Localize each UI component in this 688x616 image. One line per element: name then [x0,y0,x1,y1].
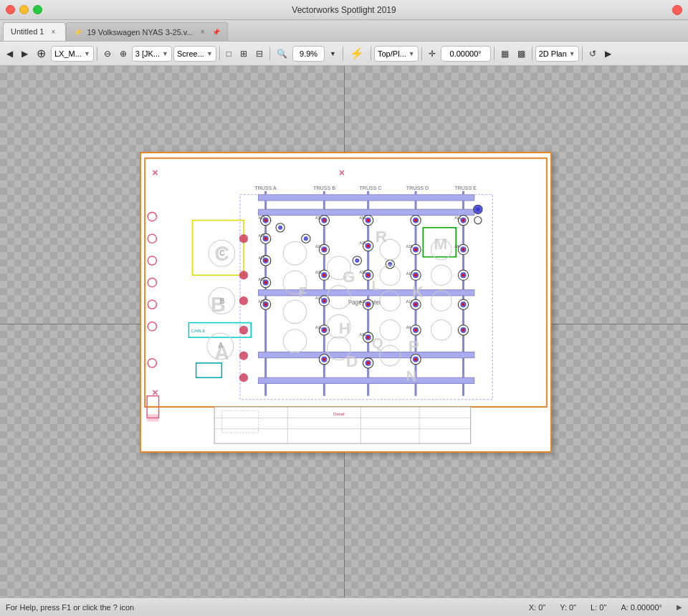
svg-point-134 [278,226,282,230]
tab-volkswagen[interactable]: ⚡ 19 Volkswagen NYAS 3-25.v... × 📌 [66,22,227,41]
tab-untitled[interactable]: Untitled 1 × [3,22,66,41]
lx-dropdown-chevron: ▼ [84,50,90,57]
zoom-out-button[interactable]: ⊖ [100,44,115,63]
search-button[interactable]: 🔍 [273,44,291,63]
svg-point-193 [474,205,482,213]
svg-text:A35: A35 [258,256,264,260]
obj-button1[interactable]: □ [223,44,235,63]
svg-point-138 [355,259,359,263]
svg-point-117 [414,358,417,361]
svg-point-191 [239,351,248,360]
svg-point-192 [239,373,248,382]
svg-text:TRUSS B: TRUSS B [313,186,335,191]
svg-text:CABLE: CABLE [191,328,205,333]
svg-point-99 [367,362,370,365]
svg-point-136 [304,236,308,241]
canvas-area[interactable]: × × × CABLE [0,66,688,597]
drawing-document[interactable]: × × × CABLE [140,152,552,453]
view-dropdown[interactable]: Top/Pl... ▼ [374,46,419,62]
zoom-in-button[interactable]: ⊕ [116,44,130,63]
svg-text:A12: A12 [406,299,413,304]
svg-rect-12 [147,414,158,421]
svg-point-66 [322,219,325,222]
maximize-button[interactable] [33,5,42,14]
tab-close-untitled[interactable]: × [48,27,58,37]
svg-text:A8: A8 [454,244,459,249]
tool-select-button[interactable]: ⊕ [33,44,49,63]
screen-dropdown-label: Scree... [177,49,204,58]
svg-point-111 [414,303,417,306]
layout-btn2[interactable]: ▩ [514,44,529,63]
zoom-input[interactable] [292,46,325,62]
title-bar-right [672,5,682,15]
lx-dropdown[interactable]: LX_M... ▼ [51,46,94,62]
title-bar: Vectorworks Spotlight 2019 [0,0,688,20]
view-dropdown-label: Top/Pl... [378,49,406,58]
svg-text:TRUSS E: TRUSS E [454,186,477,191]
svg-rect-29 [258,209,474,215]
app-title: Vectorworks Spotlight 2019 [292,5,396,15]
svg-text:B: B [219,297,224,305]
svg-text:A16: A16 [406,271,413,276]
screen-dropdown[interactable]: Scree... ▼ [173,46,216,62]
obj-button2[interactable]: ⊞ [236,44,251,63]
tab-icon-volkswagen: ⚡ [74,28,82,36]
svg-text:P: P [408,337,419,355]
svg-text:D: D [346,352,358,370]
angle-input[interactable] [441,46,491,62]
sep-9 [582,47,583,61]
svg-text:A37: A37 [258,216,264,220]
sep-1 [97,47,97,61]
obj-button3[interactable]: ⊟ [252,44,267,63]
sep-4 [343,47,343,61]
svg-text:×: × [339,167,345,178]
plan-dropdown[interactable]: 2D Plan ▼ [535,46,579,62]
svg-point-84 [367,219,370,222]
nav-button[interactable]: ▶ [601,44,615,63]
svg-text:A31: A31 [315,216,322,220]
svg-point-114 [414,329,417,332]
tab-bar: Untitled 1 × ⚡ 19 Volkswagen NYAS 3-25.v… [0,20,688,42]
svg-text:A: A [218,342,224,350]
svg-text:A9: A9 [406,325,411,329]
back-button[interactable]: ◀ [3,44,16,63]
svg-text:×: × [152,167,158,178]
svg-point-187 [239,234,248,243]
svg-text:G: G [343,268,355,286]
svg-text:K: K [412,283,424,301]
zoom-dropdown-btn[interactable]: ▼ [326,44,340,63]
svg-text:A11: A11 [315,325,322,329]
svg-text:A11: A11 [454,216,461,220]
svg-text:A38: A38 [258,299,264,304]
svg-point-140 [388,262,392,266]
forward-button[interactable]: ▶ [18,44,32,63]
svg-text:A21: A21 [315,270,322,274]
layout-btn1[interactable]: ▦ [497,44,512,63]
plan-chevron: ▼ [569,50,575,57]
sep-8 [532,47,532,61]
close-button[interactable] [6,5,15,14]
status-coords: X: 0" Y: 0" L: 0" A: 0.00000° ▶ [529,603,682,612]
svg-rect-32 [258,377,474,383]
layer-chevron: ▼ [162,50,168,57]
rotate-button[interactable]: ↺ [586,44,600,63]
svg-point-123 [462,248,464,251]
tab-close-volkswagen[interactable]: × [198,27,208,37]
svg-text:M: M [434,235,448,253]
svg-point-108 [414,274,417,276]
snap-icon[interactable]: ✛ [425,44,439,63]
doc-close-button[interactable] [672,5,682,15]
layer-dropdown[interactable]: 3 [JK... ▼ [132,46,172,62]
help-text: For Help, press F1 or click the ? icon [6,603,529,612]
minimize-button[interactable] [19,5,29,14]
svg-text:TRUSS D: TRUSS D [406,186,429,191]
sep-2 [219,47,220,61]
svg-text:N: N [406,368,417,384]
coord-l: L: 0" [591,603,606,612]
lighting-button[interactable]: ⚡ [346,44,368,63]
tab-label-volkswagen: 19 Volkswagen NYAS 3-25.v... [87,28,193,37]
svg-point-93 [367,303,370,306]
toolbar: ◀ ▶ ⊕ LX_M... ▼ ⊖ ⊕ 3 [JK... ▼ Scree... … [0,42,688,66]
status-nav-button[interactable]: ▶ [677,603,682,611]
svg-point-96 [367,336,370,339]
